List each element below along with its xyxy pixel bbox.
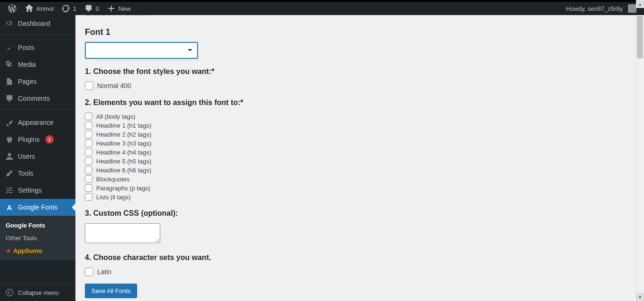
font-1-heading: Font 1 <box>85 27 635 37</box>
custom-css-textarea[interactable] <box>85 223 160 243</box>
charset-label: Latin <box>97 268 111 276</box>
save-all-fonts-button[interactable]: Save All Fonts <box>85 284 137 298</box>
element-checkbox-6[interactable] <box>85 166 92 174</box>
element-row-5[interactable]: Headline 5 (h5 tags) <box>85 157 635 165</box>
font-select[interactable] <box>85 42 198 59</box>
brush-icon <box>5 118 14 127</box>
menu-label: Settings <box>18 187 42 194</box>
site-name: Anmol <box>36 5 54 12</box>
submenu-other-tools[interactable]: Other Tools <box>0 232 75 244</box>
menu-dashboard[interactable]: Dashboard <box>0 15 75 32</box>
wordpress-icon <box>8 4 17 13</box>
element-label: Headline 4 (h4 tags) <box>96 149 151 156</box>
menu-label: Tools <box>18 170 33 177</box>
account-link[interactable]: Howdy, sen87_z5r8y <box>562 2 640 15</box>
menu-separator <box>0 34 75 37</box>
user-icon <box>5 152 14 161</box>
svg-point-0 <box>6 289 13 296</box>
dashboard-icon <box>5 19 14 28</box>
comment-icon <box>84 4 93 13</box>
element-label: Blockquotes <box>96 176 130 183</box>
element-label: Headline 1 (h1 tags) <box>96 122 151 129</box>
submenu-appsumo[interactable]: ★AppSumo <box>0 244 75 257</box>
scroll-up-arrow[interactable]: ▴ <box>636 0 644 8</box>
element-label: Headline 6 (h6 tags) <box>96 167 151 174</box>
wp-logo[interactable] <box>4 2 21 15</box>
element-checkbox-1[interactable] <box>85 122 92 129</box>
comments-link[interactable]: 0 <box>80 2 103 15</box>
element-checkbox-3[interactable] <box>85 139 92 147</box>
menu-label: Plugins <box>18 136 40 143</box>
element-label: Headline 5 (h5 tags) <box>96 158 151 165</box>
element-row-3[interactable]: Headline 3 (h3 tags) <box>85 139 635 147</box>
element-row-1[interactable]: Headline 1 (h1 tags) <box>85 122 635 129</box>
charset-latin-row[interactable]: Latin <box>85 268 635 276</box>
scrollbar-thumb[interactable] <box>637 16 643 58</box>
new-link[interactable]: New <box>103 2 134 15</box>
submenu-google-fonts: Google Fonts Other Tools ★AppSumo <box>0 216 75 260</box>
element-checkbox-0[interactable] <box>85 113 92 120</box>
updates-link[interactable]: 1 <box>58 2 80 15</box>
font-icon: A <box>5 203 14 212</box>
menu-plugins[interactable]: Plugins1 <box>0 131 75 148</box>
menu-label: Comments <box>18 95 50 102</box>
style-normal-400-row[interactable]: Normal 400 <box>85 81 635 90</box>
wrench-icon <box>5 169 14 178</box>
element-row-9[interactable]: Lists (li tags) <box>85 193 635 201</box>
element-row-7[interactable]: Blockquotes <box>85 175 635 183</box>
comment-icon <box>5 94 14 103</box>
menu-comments[interactable]: Comments <box>0 90 75 107</box>
home-icon <box>25 4 34 13</box>
element-label: Lists (li tags) <box>96 194 131 201</box>
menu-label: Google Fonts <box>18 203 58 211</box>
menu-label: Users <box>18 153 35 160</box>
menu-tools[interactable]: Tools <box>0 165 75 182</box>
menu-label: Pages <box>18 78 37 85</box>
element-checkbox-7[interactable] <box>85 175 92 183</box>
menu-settings[interactable]: Settings <box>0 182 75 199</box>
question-2: 2. Elements you want to assign this font… <box>85 98 635 107</box>
element-label: All (body tags) <box>96 113 135 120</box>
element-row-4[interactable]: Headline 4 (h4 tags) <box>85 148 635 156</box>
site-link[interactable]: Anmol <box>21 2 58 15</box>
sliders-icon <box>5 186 14 195</box>
element-checkbox-5[interactable] <box>85 157 92 165</box>
plus-icon <box>107 4 116 13</box>
scroll-down-arrow[interactable]: ▾ <box>636 293 644 301</box>
question-1: 1. Choose the font styles you want:* <box>85 67 635 76</box>
updates-count: 1 <box>73 5 76 12</box>
menu-label: Posts <box>18 44 34 51</box>
section-title-clipped: Select Fonts <box>85 15 635 19</box>
collapse-label: Collapse menu <box>18 289 59 296</box>
element-row-2[interactable]: Headline 2 (h2 tags) <box>85 130 635 138</box>
update-icon <box>61 4 71 13</box>
admin-sidebar: Dashboard Posts Media Pages Comments App… <box>0 15 75 301</box>
style-normal-400-checkbox[interactable] <box>85 81 93 90</box>
element-row-6[interactable]: Headline 6 (h6 tags) <box>85 166 635 174</box>
element-checkbox-8[interactable] <box>85 184 92 192</box>
scrollbar-vertical[interactable] <box>636 15 644 301</box>
element-row-0[interactable]: All (body tags) <box>85 113 635 120</box>
menu-label: Media <box>18 61 36 68</box>
element-checkbox-9[interactable] <box>85 193 92 201</box>
menu-posts[interactable]: Posts <box>0 39 75 56</box>
collapse-menu[interactable]: Collapse menu <box>0 284 75 301</box>
element-row-8[interactable]: Paragraphs (p tags) <box>85 184 635 192</box>
menu-users[interactable]: Users <box>0 148 75 165</box>
main-content: Select Fonts Font 1 1. Choose the font s… <box>75 15 644 301</box>
menu-google-fonts[interactable]: AGoogle Fonts <box>0 199 75 216</box>
menu-media[interactable]: Media <box>0 56 75 73</box>
element-label: Headline 2 (h2 tags) <box>96 131 151 138</box>
menu-pages[interactable]: Pages <box>0 73 75 90</box>
star-icon: ★ <box>6 247 11 254</box>
new-label: New <box>118 5 131 12</box>
submenu-label: AppSumo <box>13 247 42 254</box>
menu-separator <box>0 109 75 112</box>
element-checkbox-4[interactable] <box>85 148 92 156</box>
plug-icon <box>5 135 14 144</box>
menu-appearance[interactable]: Appearance <box>0 114 75 131</box>
submenu-gfonts[interactable]: Google Fonts <box>0 219 75 232</box>
element-checkbox-2[interactable] <box>85 130 92 138</box>
charset-latin-checkbox[interactable] <box>85 268 93 276</box>
media-icon <box>5 60 14 69</box>
